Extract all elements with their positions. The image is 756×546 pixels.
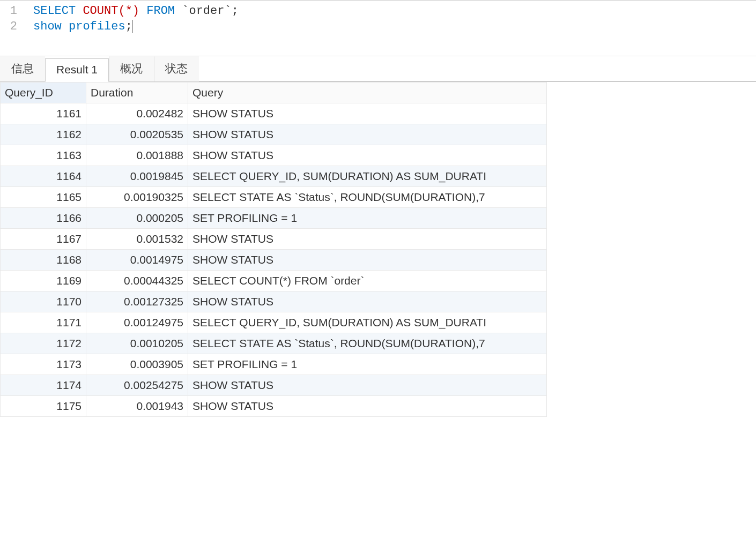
sql-editor[interactable]: 1SELECT COUNT(*) FROM `order`;2show prof… bbox=[0, 0, 756, 56]
table-row[interactable]: 11710.00124975SELECT QUERY_ID, SUM(DURAT… bbox=[1, 312, 547, 333]
cell-query-id: 1172 bbox=[1, 333, 86, 354]
cell-query-id: 1171 bbox=[1, 312, 86, 333]
code-token: SELECT bbox=[33, 4, 83, 18]
cell-duration: 0.001943 bbox=[86, 396, 188, 417]
cell-duration: 0.001888 bbox=[86, 145, 188, 166]
cell-duration: 0.0020535 bbox=[86, 124, 188, 145]
cell-query-id: 1163 bbox=[1, 145, 86, 166]
cell-query: SHOW STATUS bbox=[188, 229, 547, 250]
cell-duration: 0.00190325 bbox=[86, 187, 188, 208]
cell-duration: 0.0014975 bbox=[86, 250, 188, 271]
cell-duration: 0.002482 bbox=[86, 103, 188, 124]
table-row[interactable]: 11740.00254275SHOW STATUS bbox=[1, 375, 547, 396]
editor-line[interactable]: 2show profiles; bbox=[0, 19, 756, 35]
cell-duration: 0.0003905 bbox=[86, 354, 188, 375]
code-token: `order` bbox=[182, 4, 231, 18]
cell-query-id: 1165 bbox=[1, 187, 86, 208]
code-token: COUNT bbox=[83, 4, 118, 18]
cell-query: SELECT STATE AS `Status`, ROUND(SUM(DURA… bbox=[188, 333, 547, 354]
tab-result-1[interactable]: Result 1 bbox=[45, 58, 109, 82]
editor-line[interactable]: 1SELECT COUNT(*) FROM `order`; bbox=[0, 4, 756, 19]
cell-query: SELECT COUNT(*) FROM `order` bbox=[188, 271, 547, 291]
code-content[interactable]: SELECT COUNT(*) FROM `order`; bbox=[33, 4, 239, 19]
cell-query-id: 1173 bbox=[1, 354, 86, 375]
code-token: show profiles bbox=[33, 20, 125, 33]
cell-query-id: 1174 bbox=[1, 375, 86, 396]
table-row[interactable]: 11620.0020535SHOW STATUS bbox=[1, 124, 547, 145]
cell-query: SELECT QUERY_ID, SUM(DURATION) AS SUM_DU… bbox=[188, 166, 547, 187]
cell-query: SET PROFILING = 1 bbox=[188, 354, 547, 375]
cell-query: SET PROFILING = 1 bbox=[188, 208, 547, 229]
table-row[interactable]: 11680.0014975SHOW STATUS bbox=[1, 250, 547, 271]
column-header-query-id[interactable]: Query_ID bbox=[1, 83, 86, 103]
tab-概况[interactable]: 概况 bbox=[109, 56, 154, 81]
results-table[interactable]: Query_ID Duration Query 1161▶0.002482SHO… bbox=[0, 82, 547, 417]
cell-query-id: 1175 bbox=[1, 396, 86, 417]
table-row[interactable]: 1161▶0.002482SHOW STATUS bbox=[1, 103, 547, 124]
code-token: FROM bbox=[146, 4, 175, 18]
code-content[interactable]: show profiles; bbox=[33, 19, 132, 35]
line-number: 1 bbox=[0, 4, 33, 19]
code-token: * bbox=[125, 4, 132, 18]
code-token: ; bbox=[232, 4, 239, 18]
table-header-row: Query_ID Duration Query bbox=[1, 83, 547, 103]
table-row[interactable]: 11750.001943SHOW STATUS bbox=[1, 396, 547, 417]
cell-query-id: 1168 bbox=[1, 250, 86, 271]
cell-duration: 0.00254275 bbox=[86, 375, 188, 396]
table-row[interactable]: 11730.0003905SET PROFILING = 1 bbox=[1, 354, 547, 375]
cell-duration: 0.000205 bbox=[86, 208, 188, 229]
cell-duration: 0.001532 bbox=[86, 229, 188, 250]
cell-query: SHOW STATUS bbox=[188, 145, 547, 166]
cell-query-id: 1164 bbox=[1, 166, 86, 187]
table-row[interactable]: 11700.00127325SHOW STATUS bbox=[1, 291, 547, 312]
table-row[interactable]: 11640.0019845SELECT QUERY_ID, SUM(DURATI… bbox=[1, 166, 547, 187]
cell-duration: 0.0019845 bbox=[86, 166, 188, 187]
cell-query-id: 1161▶ bbox=[1, 103, 86, 124]
cell-duration: 0.00127325 bbox=[86, 291, 188, 312]
cell-query-id: 1166 bbox=[1, 208, 86, 229]
code-token: ( bbox=[118, 4, 125, 18]
cell-query: SHOW STATUS bbox=[188, 250, 547, 271]
column-header-query[interactable]: Query bbox=[188, 83, 547, 103]
code-token bbox=[175, 4, 182, 18]
cell-query: SELECT QUERY_ID, SUM(DURATION) AS SUM_DU… bbox=[188, 312, 547, 333]
table-row[interactable]: 11670.001532SHOW STATUS bbox=[1, 229, 547, 250]
cell-query-id: 1167 bbox=[1, 229, 86, 250]
table-row[interactable]: 11720.0010205SELECT STATE AS `Status`, R… bbox=[1, 333, 547, 354]
table-row[interactable]: 11690.00044325SELECT COUNT(*) FROM `orde… bbox=[1, 271, 547, 291]
cell-query: SHOW STATUS bbox=[188, 291, 547, 312]
table-row[interactable]: 11650.00190325SELECT STATE AS `Status`, … bbox=[1, 187, 547, 208]
cell-query-id: 1169 bbox=[1, 271, 86, 291]
text-cursor bbox=[132, 20, 132, 33]
cell-query: SELECT STATE AS `Status`, ROUND(SUM(DURA… bbox=[188, 187, 547, 208]
cell-duration: 0.00124975 bbox=[86, 312, 188, 333]
cell-query: SHOW STATUS bbox=[188, 396, 547, 417]
tab-状态[interactable]: 状态 bbox=[154, 56, 199, 81]
tab-信息[interactable]: 信息 bbox=[0, 56, 45, 81]
code-token bbox=[139, 4, 146, 18]
code-token: ) bbox=[132, 4, 139, 18]
result-tabs: 信息Result 1概况状态 bbox=[0, 56, 756, 81]
cell-query-id: 1162 bbox=[1, 124, 86, 145]
results-panel: Query_ID Duration Query 1161▶0.002482SHO… bbox=[0, 81, 756, 417]
table-row[interactable]: 11630.001888SHOW STATUS bbox=[1, 145, 547, 166]
cell-query: SHOW STATUS bbox=[188, 375, 547, 396]
cell-duration: 0.00044325 bbox=[86, 271, 188, 291]
line-number: 2 bbox=[0, 19, 33, 35]
column-header-duration[interactable]: Duration bbox=[86, 83, 188, 103]
cell-query-id: 1170 bbox=[1, 291, 86, 312]
cell-query: SHOW STATUS bbox=[188, 124, 547, 145]
cell-duration: 0.0010205 bbox=[86, 333, 188, 354]
cell-query: SHOW STATUS bbox=[188, 103, 547, 124]
table-row[interactable]: 11660.000205SET PROFILING = 1 bbox=[1, 208, 547, 229]
